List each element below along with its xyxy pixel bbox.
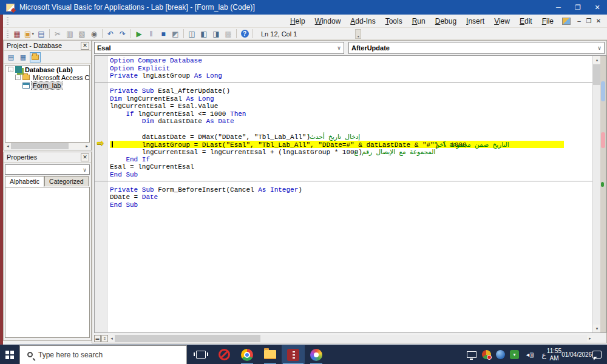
object-combobox[interactable]: Esal ∨: [94, 42, 344, 54]
menu-file[interactable]: File: [537, 15, 558, 27]
toggle-folders-button[interactable]: [30, 52, 41, 62]
chevron-down-icon[interactable]: ∨: [334, 45, 344, 51]
code-line-13[interactable]: lngCurrentEsal = lngCurrentEsal + (lngLa…: [110, 148, 596, 156]
scroll-left-arrow[interactable]: ◂: [109, 335, 115, 342]
task-view-button[interactable]: [189, 345, 212, 364]
tree-item-form_lab[interactable]: Form_lab: [5, 81, 89, 89]
tab-categorized[interactable]: Categorized: [44, 176, 89, 186]
procedure-view-button[interactable]: ▬: [94, 335, 101, 342]
tree-item-databaselab[interactable]: -Database (Lab): [5, 66, 89, 73]
menu-insert[interactable]: Insert: [461, 15, 489, 27]
code-editor[interactable]: ⇨ Option Compare DatabaseOption Explicit…: [94, 55, 606, 333]
menu-edit[interactable]: Edit: [515, 15, 537, 27]
scroll-right-arrow[interactable]: ▸: [587, 335, 593, 342]
code-line-6[interactable]: Dim lngCurrentEsal As Long: [110, 95, 596, 103]
cut-button[interactable]: ✂: [52, 29, 63, 39]
toolbar-overflow-handle[interactable]: ▾: [355, 29, 361, 39]
save-button[interactable]: ▤: [36, 29, 47, 39]
child-minimize-button[interactable]: –: [574, 16, 584, 26]
tray-speaker[interactable]: ◄))): [521, 345, 537, 364]
chrome-button[interactable]: [236, 345, 259, 364]
run-button[interactable]: ▶: [134, 29, 144, 39]
menu-debug[interactable]: Debug: [430, 15, 461, 27]
code-line-20[interactable]: End Sub: [110, 201, 596, 209]
menu-run[interactable]: Run: [407, 15, 430, 27]
minimize-button[interactable]: ─: [549, 0, 568, 15]
code-line-18[interactable]: Private Sub Form_BeforeInsert(Cancel As …: [110, 186, 596, 194]
full-module-view-button[interactable]: ≡: [101, 335, 108, 342]
code-line-17[interactable]: [110, 178, 596, 186]
code-line-15[interactable]: Esal = lngCurrentEsal: [110, 163, 596, 171]
code-line-10[interactable]: [110, 126, 596, 133]
properties-window-button[interactable]: ◧: [198, 29, 209, 39]
margin-indicator-bar[interactable]: ⇨: [95, 56, 107, 332]
code-line-16[interactable]: End Sub: [110, 171, 596, 179]
menu-help[interactable]: Help: [285, 15, 310, 27]
menu-addins[interactable]: Add-Ins: [345, 15, 380, 27]
menubar-drag-handle[interactable]: [7, 17, 8, 25]
access-button[interactable]: [282, 345, 305, 364]
help-button[interactable]: ?: [239, 29, 250, 39]
code-line-5[interactable]: Private Sub Esal_AfterUpdate(): [110, 87, 596, 95]
view-microsoft-access-button[interactable]: ▦: [12, 29, 22, 39]
child-restore-button[interactable]: ❐: [584, 16, 594, 26]
code-line-12[interactable]: lngLastGroup = DLast("Esal", "Tbl_Lab_Al…: [110, 141, 596, 149]
code-line-9[interactable]: Dim datLastDate As Date: [110, 118, 596, 126]
object-browser-button[interactable]: ◨: [211, 29, 222, 39]
chevron-down-icon[interactable]: ∨: [80, 167, 89, 173]
chevron-down-icon[interactable]: ∨: [595, 45, 604, 51]
tray-network-display[interactable]: [464, 345, 480, 364]
tray-blue-app[interactable]: [493, 345, 507, 364]
code-line-2[interactable]: Option Explicit: [110, 65, 596, 73]
view-object-button[interactable]: ▦: [18, 52, 29, 62]
code-text[interactable]: Option Compare DatabaseOption ExplicitPr…: [110, 57, 596, 209]
paint-app-button[interactable]: [305, 345, 328, 364]
undo-button[interactable]: ↶: [105, 29, 116, 39]
restore-button[interactable]: ❐: [568, 0, 588, 15]
hscroll-thumb[interactable]: [115, 335, 260, 342]
start-button[interactable]: [0, 345, 19, 364]
code-line-19[interactable]: DDate = Date: [110, 194, 596, 201]
toolbar-drag-handle[interactable]: [7, 30, 8, 38]
find-button[interactable]: ◉: [89, 29, 100, 39]
tray-download-manager[interactable]: ▾: [507, 345, 521, 364]
properties-panel-close-button[interactable]: ✕: [81, 153, 89, 161]
view-code-button[interactable]: ▤: [5, 52, 16, 62]
tray-antivirus-ball[interactable]: [480, 345, 493, 364]
taskbar-clock[interactable]: 11:55 AM01/04/2026: [551, 345, 588, 364]
design-mode-button[interactable]: ◩: [170, 29, 181, 39]
action-center-button[interactable]: [588, 345, 607, 364]
code-line-11[interactable]: datLastDate = DMax("DDate", "Tbl_Lab_All…: [110, 133, 596, 141]
hscroll-thumb[interactable]: [11, 143, 69, 149]
code-line-14[interactable]: End If: [110, 156, 596, 164]
scroll-left-arrow[interactable]: ◂: [5, 143, 11, 149]
scroll-right-arrow[interactable]: ▸: [84, 143, 90, 149]
insert-object-button[interactable]: ▣▾: [24, 29, 35, 39]
toolbox-button[interactable]: ▩: [223, 29, 234, 39]
tree-expander[interactable]: -: [15, 75, 21, 80]
tab-alphabetic[interactable]: Alphabetic: [5, 176, 44, 187]
menu-view[interactable]: View: [489, 15, 515, 27]
code-line-3[interactable]: Private lngLastGroup As Long: [110, 72, 596, 80]
menu-tools[interactable]: Tools: [381, 15, 407, 27]
blocked-app-button[interactable]: [212, 345, 236, 364]
code-line-1[interactable]: Option Compare Database: [110, 57, 596, 65]
reset-button[interactable]: ■: [158, 29, 169, 39]
tree-expander[interactable]: -: [8, 67, 13, 72]
child-close-button[interactable]: ✕: [594, 16, 603, 26]
copy-button[interactable]: ▥: [64, 29, 75, 39]
code-line-7[interactable]: lngCurrentEsal = Esal.Value: [110, 103, 596, 110]
project-panel-close-button[interactable]: ✕: [81, 42, 89, 50]
properties-object-combobox[interactable]: ∨: [5, 164, 90, 175]
code-line-4[interactable]: [110, 80, 596, 88]
project-explorer-button[interactable]: ◫: [186, 29, 197, 39]
code-line-8[interactable]: If lngCurrentEsal <= 1000 Then: [110, 110, 596, 118]
redo-button[interactable]: ↷: [117, 29, 128, 39]
procedure-combobox[interactable]: AfterUpdate ∨: [348, 42, 605, 54]
file-explorer-button[interactable]: [259, 345, 282, 364]
close-button[interactable]: ✕: [588, 0, 607, 15]
menu-window[interactable]: Window: [310, 15, 346, 27]
taskbar-search-input[interactable]: Type here to search: [19, 345, 187, 364]
dropdown-arrow-icon[interactable]: ▾: [32, 32, 34, 36]
tree-item-microsoftaccessclass[interactable]: -Microsoft Access Class (: [5, 73, 89, 81]
